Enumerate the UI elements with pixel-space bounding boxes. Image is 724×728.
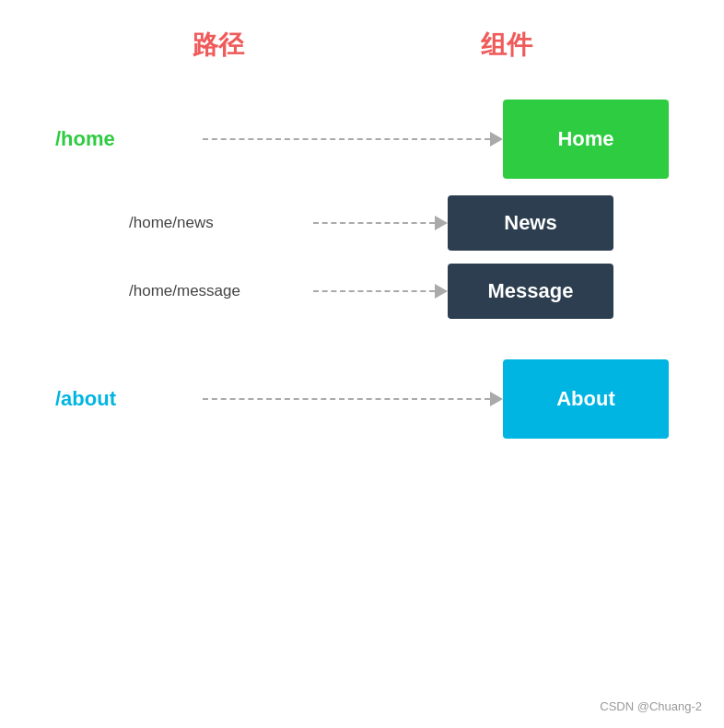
home-dashed-line [203, 138, 490, 140]
home-arrow [203, 132, 503, 147]
news-path: /home/news [129, 214, 313, 232]
message-dashed-line [313, 290, 435, 292]
about-dashed-line [203, 398, 490, 400]
home-children-group: /home/news News /home/message Message [0, 195, 724, 319]
watermark: CSDN @Chuang-2 [600, 699, 702, 713]
message-arrow-head [435, 284, 448, 299]
diagram-container: 路径 组件 /home Home /home/news News /home/m… [0, 0, 724, 728]
path-header-label: 路径 [193, 28, 244, 63]
news-component-label: News [504, 211, 556, 235]
message-component-label: Message [488, 279, 574, 303]
header-row: 路径 组件 [0, 0, 724, 81]
about-component-label: About [556, 387, 615, 411]
news-component-box: News [448, 195, 613, 251]
home-component-box: Home [503, 100, 669, 179]
home-arrow-head [490, 132, 503, 147]
message-route-row: /home/message Message [55, 264, 669, 319]
home-path: /home [55, 127, 203, 151]
component-header-label: 组件 [481, 28, 532, 63]
about-arrow-head [490, 392, 503, 406]
about-path: /about [55, 387, 203, 411]
about-route-row: /about About [0, 359, 724, 439]
news-arrow [313, 216, 448, 230]
news-arrow-head [435, 216, 448, 230]
about-arrow [203, 392, 503, 406]
message-component-box: Message [448, 264, 613, 319]
news-dashed-line [313, 222, 435, 224]
home-component-label: Home [557, 127, 613, 151]
about-component-box: About [503, 359, 669, 439]
message-arrow [313, 284, 448, 299]
news-route-row: /home/news News [55, 195, 669, 251]
message-path: /home/message [129, 282, 313, 300]
home-route-row: /home Home [0, 100, 724, 179]
